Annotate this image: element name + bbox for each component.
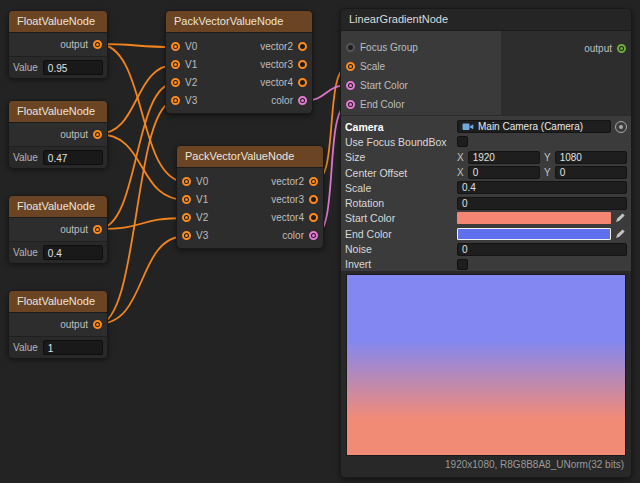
wire (98, 134, 186, 200)
value-field[interactable]: 0.95 (43, 60, 103, 75)
eyedropper-icon[interactable] (615, 213, 627, 223)
start-color-swatch[interactable] (457, 212, 611, 224)
port-row: V1 vector3 (166, 55, 312, 73)
node-title: PackVectorValueNode (166, 11, 312, 33)
output-port-vector2[interactable] (309, 177, 318, 186)
input-port-start-color[interactable] (346, 81, 355, 90)
inspector-row-camera: Camera Main Camera (Camera) (345, 119, 627, 134)
linear-gradient-node[interactable]: LinearGradientNode Focus Group Scale Sta… (340, 8, 632, 478)
inspector-row-end-color: End Color (345, 226, 627, 241)
end-color-swatch[interactable] (457, 228, 611, 240)
field-label: Use Focus BoundBox (345, 136, 457, 148)
ports-section: Focus Group Scale Start Color End Color … (341, 31, 631, 115)
field-label: End Color (345, 228, 457, 240)
output-port[interactable] (93, 320, 102, 329)
object-picker-icon[interactable] (615, 121, 627, 133)
inspector-row-rotation: Rotation 0 (345, 195, 627, 210)
float-value-node-4[interactable]: FloatValueNode output Value 1 (8, 290, 108, 358)
port-label: V1 (196, 194, 208, 205)
port-label: vector3 (260, 59, 293, 70)
center-offset-y-field[interactable]: 0 (555, 166, 627, 179)
inspector-row-noise: Noise 0 (345, 241, 627, 256)
size-x-field[interactable]: 1920 (468, 151, 540, 164)
float-value-node-2[interactable]: FloatValueNode output Value 0.47 (8, 100, 108, 168)
use-focus-boundbox-checkbox[interactable] (457, 136, 468, 147)
input-port-v2[interactable] (171, 78, 180, 87)
port-row: V2 vector4 (166, 73, 312, 91)
port-label: color (282, 230, 304, 241)
camera-object-name: Main Camera (Camera) (478, 121, 583, 132)
output-port[interactable] (93, 130, 102, 139)
port-row: V2 vector4 (177, 208, 323, 226)
input-port-v1[interactable] (171, 60, 180, 69)
port-label: V3 (185, 95, 197, 106)
center-offset-x-field[interactable]: 0 (468, 166, 540, 179)
port-label: Start Color (360, 80, 408, 91)
inspector-row-use-focus-boundbox: Use Focus BoundBox (345, 134, 627, 149)
inspector-row-center-offset: Center Offset X 0 Y 0 (345, 165, 627, 180)
input-port-end-color[interactable] (346, 100, 355, 109)
value-label: Value (13, 342, 38, 353)
input-port-v2[interactable] (182, 213, 191, 222)
port-label: V0 (196, 176, 208, 187)
node-title: FloatValueNode (9, 101, 107, 123)
invert-checkbox[interactable] (457, 259, 468, 270)
value-label: Value (13, 62, 38, 73)
node-title: FloatValueNode (9, 196, 107, 218)
eyedropper-icon[interactable] (615, 229, 627, 239)
port-row: V3 color (166, 91, 312, 109)
rotation-field[interactable]: 0 (457, 197, 627, 210)
output-port[interactable] (93, 40, 102, 49)
noise-field[interactable]: 0 (457, 243, 627, 256)
port-label: Scale (360, 61, 385, 72)
value-field[interactable]: 0.4 (43, 245, 103, 260)
output-port-label: output (584, 43, 612, 54)
camera-object-field[interactable]: Main Camera (Camera) (457, 120, 611, 133)
output-port-vector4[interactable] (298, 78, 307, 87)
output-port-label: output (60, 319, 88, 330)
input-port-v0[interactable] (182, 177, 191, 186)
port-row: V0 vector2 (166, 37, 312, 55)
axis-label-x: X (457, 167, 464, 178)
port-label: V2 (185, 77, 197, 88)
output-port-vector3[interactable] (309, 195, 318, 204)
pack-vector-node-2[interactable]: PackVectorValueNode V0 vector2 V1 vector… (176, 145, 324, 249)
output-port-vector3[interactable] (298, 60, 307, 69)
field-label: Invert (345, 258, 457, 270)
input-port-v0[interactable] (171, 42, 180, 51)
size-y-field[interactable]: 1080 (555, 151, 627, 164)
input-port-focus-group[interactable] (346, 43, 355, 52)
preview-caption: 1920x1080, R8G8B8A8_UNorm(32 bits) (341, 456, 631, 477)
axis-label-y: Y (544, 152, 551, 163)
output-port-vector4[interactable] (309, 213, 318, 222)
inspector-row-scale: Scale 0.4 (345, 180, 627, 195)
input-port-v1[interactable] (182, 195, 191, 204)
field-label: Center Offset (345, 167, 457, 179)
port-label: vector4 (271, 212, 304, 223)
port-label: Focus Group (360, 42, 418, 53)
output-port-color[interactable] (309, 231, 318, 240)
float-value-node-3[interactable]: FloatValueNode output Value 0.4 (8, 195, 108, 263)
node-title: FloatValueNode (9, 11, 107, 33)
output-port[interactable] (93, 225, 102, 234)
field-label: Size (345, 151, 457, 163)
output-port-vector2[interactable] (298, 42, 307, 51)
pack-vector-node-1[interactable]: PackVectorValueNode V0 vector2 V1 vector… (165, 10, 313, 114)
camera-icon (462, 122, 474, 131)
input-port-v3[interactable] (171, 96, 180, 105)
axis-label-x: X (457, 152, 464, 163)
input-port-scale[interactable] (346, 62, 355, 71)
wire (98, 101, 175, 324)
output-port-color[interactable] (298, 96, 307, 105)
field-label: Noise (345, 243, 457, 255)
output-port-label: output (60, 224, 88, 235)
value-field[interactable]: 1 (43, 340, 103, 355)
input-port-v3[interactable] (182, 231, 191, 240)
port-label: vector2 (271, 176, 304, 187)
node-title: LinearGradientNode (341, 9, 631, 31)
value-field[interactable]: 0.47 (43, 150, 103, 165)
scale-field[interactable]: 0.4 (457, 181, 627, 194)
output-port[interactable] (617, 44, 626, 53)
float-value-node-1[interactable]: FloatValueNode output Value 0.95 (8, 10, 108, 78)
wire (98, 44, 175, 47)
